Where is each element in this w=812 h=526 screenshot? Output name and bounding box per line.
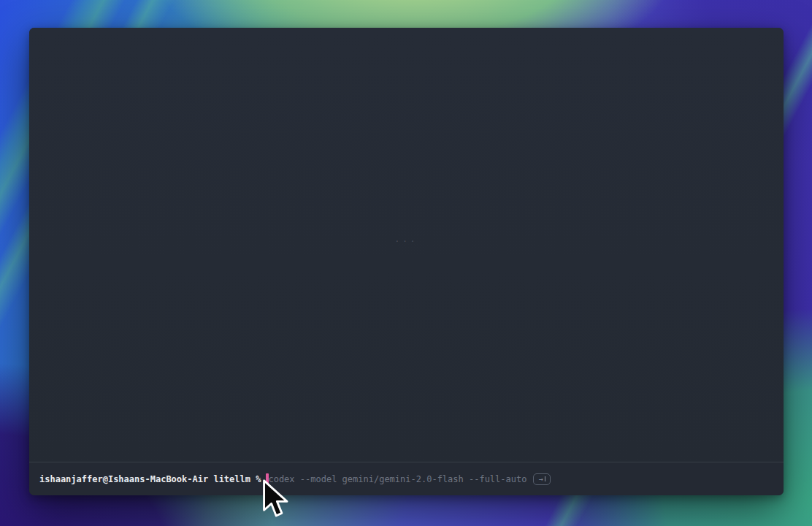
terminal-prompt-row[interactable]: ishaanjaffer@Ishaans-MacBook-Air litellm… [29, 462, 784, 495]
tab-hint-badge[interactable]: → [533, 473, 551, 485]
terminal-window[interactable]: ··· ishaanjaffer@Ishaans-MacBook-Air lit… [29, 28, 784, 495]
tab-arrow-icon: → [538, 476, 543, 483]
loading-dots: ··· [395, 237, 418, 246]
tab-bar-icon [545, 476, 545, 481]
shell-prompt: ishaanjaffer@Ishaans-MacBook-Air litellm… [39, 474, 261, 484]
autosuggestion-text: codex --model gemini/gemini-2.0-flash --… [268, 474, 526, 484]
terminal-scrollback[interactable]: ··· [29, 28, 784, 462]
